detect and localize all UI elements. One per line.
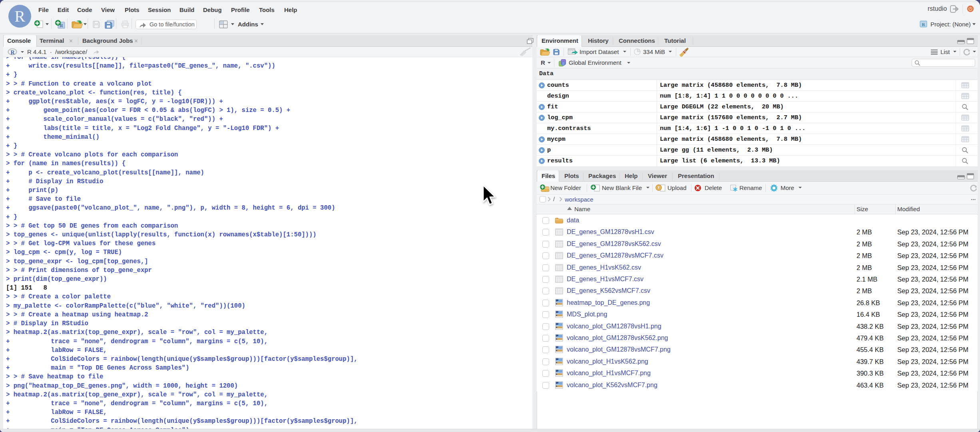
svg-text:R: R — [922, 22, 926, 27]
svg-text:R: R — [10, 49, 15, 56]
svg-text:R: R — [14, 7, 25, 25]
